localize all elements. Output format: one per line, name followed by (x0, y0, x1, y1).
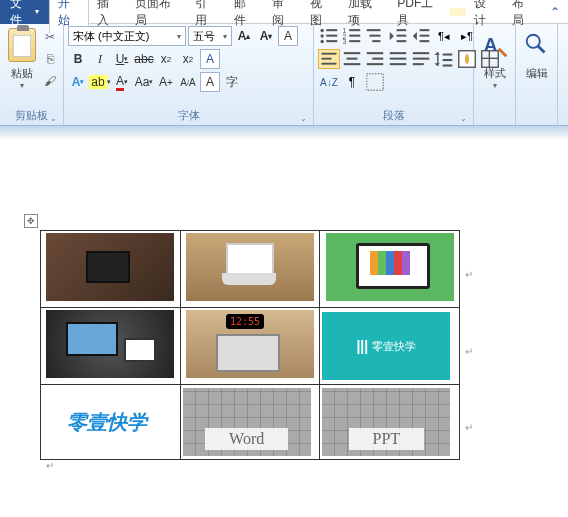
justify-button[interactable] (387, 49, 409, 69)
ltr-button[interactable]: ¶◂ (433, 26, 455, 46)
cell-keyboard-ppt[interactable]: PPT (322, 388, 450, 456)
cell-image[interactable] (186, 233, 314, 301)
svg-point-46 (526, 35, 539, 48)
svg-rect-32 (390, 63, 407, 65)
superscript-button[interactable]: x2 (178, 49, 198, 69)
cell-image[interactable] (46, 233, 174, 301)
svg-rect-25 (347, 58, 358, 60)
font-color-button[interactable]: A▾ (112, 72, 132, 92)
align-center-button[interactable] (341, 49, 363, 69)
document-table[interactable]: ↵ 零壹快学↵ 零壹快学 Word PPT↵ (40, 230, 460, 460)
svg-point-2 (320, 34, 323, 37)
paragraph-mark: ↵ (46, 460, 568, 471)
sort-button[interactable]: A↓Z (318, 72, 340, 92)
svg-rect-19 (420, 35, 430, 37)
cut-button[interactable]: ✂ (41, 28, 59, 46)
clear-format-button[interactable]: A (200, 49, 220, 69)
group-editing: 编辑 . (516, 24, 558, 125)
svg-rect-30 (390, 52, 407, 54)
shrink-font-button[interactable]: A▾ (256, 26, 276, 46)
svg-rect-17 (397, 40, 407, 42)
svg-rect-26 (344, 63, 361, 65)
svg-rect-34 (413, 58, 430, 60)
numbering-button[interactable]: 123 (341, 26, 363, 46)
char-border-button[interactable]: A (200, 72, 220, 92)
cell-image[interactable] (46, 310, 174, 378)
group-paragraph: 123 ¶◂ ▸¶ A↓Z ¶ (314, 24, 474, 125)
svg-point-4 (320, 40, 323, 43)
svg-rect-9 (349, 35, 360, 37)
line-spacing-button[interactable] (433, 49, 455, 69)
align-left-button[interactable] (318, 49, 340, 69)
cell-logo-teal[interactable]: 零壹快学 (322, 312, 450, 380)
svg-rect-16 (397, 35, 407, 37)
circle-char-button[interactable]: 字 (222, 72, 242, 92)
font-size-select[interactable]: 五号▾ (188, 26, 232, 46)
svg-rect-38 (443, 59, 453, 61)
strikethrough-button[interactable]: abc (134, 49, 154, 69)
svg-rect-1 (326, 29, 337, 31)
svg-rect-31 (390, 58, 407, 60)
svg-rect-7 (349, 29, 360, 31)
bullets-button[interactable] (318, 26, 340, 46)
table-row[interactable]: ↵ (41, 231, 460, 308)
group-label-font: 字体 (68, 106, 309, 125)
align-right-button[interactable] (364, 49, 386, 69)
editing-label: 编辑 (526, 66, 548, 81)
cell-image[interactable] (186, 310, 314, 378)
group-font: 宋体 (中文正文)▾ 五号▾ A▴ A▾ A B I U▾ abc x2 x2 … (64, 24, 314, 125)
cell-image[interactable] (326, 233, 454, 301)
copy-button[interactable]: ⎘ (41, 50, 59, 68)
svg-rect-35 (413, 63, 424, 65)
cell-keyboard-word[interactable]: Word (183, 388, 311, 456)
snap-grid-button[interactable] (364, 72, 386, 92)
change-case-button[interactable]: A (278, 26, 298, 46)
multilevel-list-button[interactable] (364, 26, 386, 46)
font-name-select[interactable]: 宋体 (中文正文)▾ (68, 26, 186, 46)
svg-rect-15 (397, 29, 407, 31)
distribute-button[interactable] (410, 49, 432, 69)
svg-rect-12 (367, 29, 381, 31)
ribbon: 粘贴 ▾ ✂ ⎘ 🖌 剪贴板 宋体 (中文正文)▾ 五号▾ A▴ A▾ A B … (0, 24, 568, 126)
svg-rect-36 (437, 52, 438, 66)
document-area[interactable]: ✥ ↵ 零壹快学↵ 零壹快学 Word PPT↵ ↵ (0, 140, 568, 471)
svg-rect-13 (370, 35, 381, 37)
svg-rect-18 (420, 29, 430, 31)
show-marks-button[interactable]: ¶ (341, 72, 363, 92)
increase-indent-button[interactable] (410, 26, 432, 46)
group-styles: A 样式 ▾ . (474, 24, 516, 125)
svg-text:3: 3 (342, 38, 346, 45)
svg-rect-44 (367, 74, 384, 91)
svg-rect-37 (443, 54, 453, 56)
cell-text-blue[interactable]: 零壹快学 (43, 388, 171, 456)
ribbon-collapse[interactable]: ⌃ (542, 1, 568, 23)
tab-bar: 文件 ▾ 开始 插入 页面布局 引用 邮件 审阅 视图 加载项 PDF工具 设计… (0, 0, 568, 24)
paste-button[interactable]: 粘贴 ▾ (4, 26, 39, 90)
tab-file[interactable]: 文件 ▾ (0, 0, 49, 24)
svg-rect-14 (372, 40, 380, 42)
table-move-handle[interactable]: ✥ (24, 214, 38, 228)
table-row[interactable]: 零壹快学↵ (41, 308, 460, 385)
svg-rect-11 (349, 40, 360, 42)
decrease-indent-button[interactable] (387, 26, 409, 46)
group-clipboard: 粘贴 ▾ ✂ ⎘ 🖌 剪贴板 (0, 24, 64, 125)
italic-button[interactable]: I (90, 49, 110, 69)
highlight-button[interactable]: ab▾ (90, 72, 110, 92)
table-row[interactable]: 零壹快学 Word PPT↵ (41, 385, 460, 460)
phonetic-guide-button[interactable]: A/A (178, 72, 198, 92)
paste-label: 粘贴 (11, 66, 33, 81)
subscript-button[interactable]: x2 (156, 49, 176, 69)
group-label-clipboard: 剪贴板 (4, 106, 59, 125)
text-effects-button[interactable]: A▾ (68, 72, 88, 92)
styles-icon[interactable]: A (480, 30, 510, 60)
format-painter-button[interactable]: 🖌 (41, 72, 59, 90)
enclose-char-button[interactable]: A+ (156, 72, 176, 92)
bold-button[interactable]: B (68, 49, 88, 69)
svg-rect-22 (322, 58, 332, 60)
char-shading-button[interactable]: Aa▾ (134, 72, 154, 92)
svg-rect-23 (322, 63, 337, 65)
context-tab-group (450, 8, 466, 16)
grow-font-button[interactable]: A▴ (234, 26, 254, 46)
find-icon[interactable] (522, 30, 552, 60)
underline-button[interactable]: U▾ (112, 49, 132, 69)
